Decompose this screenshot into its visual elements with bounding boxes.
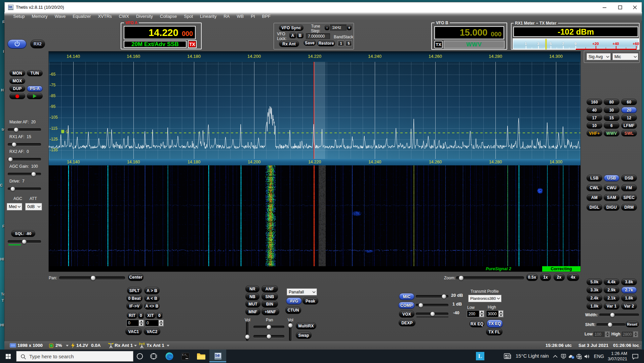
console-slider[interactable] (8, 186, 41, 192)
filter-var-1-button[interactable]: Var 1 (604, 303, 619, 310)
psa-button[interactable]: PS-A (27, 86, 43, 92)
menu-pi[interactable]: PI (247, 12, 258, 21)
comp-button[interactable]: COMP (398, 302, 415, 309)
vfo-a-frequency-display[interactable]: 14.220000 (124, 26, 196, 39)
task-view-button[interactable] (146, 350, 161, 363)
menu-linearity[interactable]: Linearity (197, 12, 220, 21)
zoom-preset-0.5x-button[interactable]: 0.5x (526, 274, 538, 281)
vfo-b-tx-button[interactable]: TX (434, 41, 443, 48)
filter-4p4k-button[interactable]: 4.4k (604, 279, 619, 285)
bandstack-1-button[interactable]: 1 (338, 40, 344, 46)
sql-slider[interactable] (8, 239, 41, 244)
spin-down-button[interactable] (159, 323, 163, 326)
filter-3p8k-button[interactable]: 3.8k (621, 279, 637, 285)
band-6-button[interactable]: 6 (604, 122, 619, 129)
mon-button[interactable]: MON (9, 70, 25, 76)
mode-digu-button[interactable]: DIGU (604, 204, 619, 211)
spin-up-button[interactable] (159, 320, 163, 323)
window-titlebar[interactable]: Thetis v2.8.11 (10/20/20) (4, 2, 642, 12)
slider-thumb[interactable] (459, 276, 464, 281)
xit-zero-button[interactable]: 0 (157, 312, 162, 319)
rx-antenna-dropdown-icon[interactable] (134, 345, 137, 347)
spin-up-button[interactable] (605, 331, 610, 334)
rx2-button[interactable]: RX2 (30, 40, 45, 48)
slider-thumb[interactable] (267, 334, 271, 339)
filter-5p0k-button[interactable]: 5.0k (587, 279, 602, 285)
weather-widget[interactable]: 15°CLight rain (501, 350, 551, 363)
filter-3p3k-button[interactable]: 3.3k (587, 287, 602, 293)
dsp-mut-button[interactable]: MUT (245, 300, 260, 308)
zero-beat-button[interactable]: 0 Beat (126, 295, 143, 302)
split-button[interactable]: SPLT (127, 287, 142, 294)
spectrum-frequency-scale-top[interactable]: 14.14014.16014.18014.20014.22014.24014.2… (49, 51, 580, 62)
mode-cwl-button[interactable]: CWL (587, 185, 602, 191)
slider-thumb[interactable] (288, 323, 293, 328)
filter-1p8k-button[interactable]: 1.8k (621, 295, 637, 301)
slider-thumb[interactable] (267, 325, 271, 329)
filter-low-spinner[interactable]: 100 (593, 331, 610, 337)
mode-drm-button[interactable]: DRM (621, 204, 637, 211)
vfo-lock-b-button[interactable]: B (297, 33, 304, 38)
mode-fm-button[interactable]: FM (621, 185, 637, 191)
spin-down-button[interactable] (139, 323, 144, 326)
menu-memory[interactable]: Memory (28, 12, 51, 21)
console-slider[interactable] (8, 171, 41, 177)
center-button[interactable]: Center (128, 274, 144, 281)
tray-onedrive-icon[interactable] (568, 354, 575, 359)
restore-button[interactable]: Restore (317, 40, 335, 46)
menu-wb[interactable]: WB (233, 12, 247, 21)
sql-button[interactable]: SQL: -80 (11, 230, 35, 237)
slider-thumb[interactable] (22, 239, 27, 244)
vox-slider[interactable] (416, 311, 448, 317)
band-lfmf-button[interactable]: LFMF (621, 122, 637, 129)
rx-ant-button[interactable]: Rx Ant (279, 41, 299, 47)
zoom-preset-1x-button[interactable]: 1x (540, 274, 551, 281)
taskbar-l-app-button[interactable]: L (476, 352, 484, 360)
multirx-button[interactable]: MultiRX (296, 322, 316, 329)
comp-slider[interactable] (416, 302, 448, 308)
resolution-dropdown-icon[interactable] (39, 345, 42, 347)
rx-meter-mode-combo[interactable]: Sig Avg (587, 53, 611, 60)
console-slider[interactable] (8, 127, 41, 132)
band-30-button[interactable]: 30 (604, 107, 619, 113)
filter-2p7k-button[interactable]: 2.7k (621, 287, 637, 293)
vfo-sync-button[interactable]: VFO Sync (279, 25, 304, 31)
slider-thumb[interactable] (245, 334, 250, 339)
rit-zero-button[interactable]: 0 (138, 312, 144, 319)
start-button[interactable] (0, 350, 16, 363)
spin-up-button[interactable] (139, 320, 144, 323)
dsp-snb-button[interactable]: SNB (261, 293, 278, 300)
taskbar-thetis-button[interactable] (209, 350, 226, 362)
language-indicator[interactable]: ENG (593, 353, 605, 360)
console-slider[interactable] (8, 157, 41, 162)
mic-gain-button[interactable]: MIC (399, 293, 414, 300)
transmit-profile-combo[interactable]: Plantronics380 (468, 295, 501, 302)
slider-track[interactable] (456, 277, 524, 280)
band-160-button[interactable]: 160 (587, 99, 602, 105)
slider-thumb[interactable] (418, 303, 423, 308)
menu-wave[interactable]: Wave (51, 12, 69, 21)
xit-offset-spinner[interactable]: 0 (145, 320, 164, 326)
tune-step-up-button[interactable]: + (347, 25, 352, 30)
tray-volume-icon[interactable] (584, 354, 590, 359)
dsp-anf-button[interactable]: ANF (261, 285, 278, 292)
spin-down-button[interactable] (498, 314, 503, 317)
zoom-preset-2x-button[interactable]: 2x (554, 274, 565, 281)
band-swl-button[interactable]: SWL (621, 130, 637, 136)
spectrum-panadapter[interactable]: -65-75-85-95-105-115-125-135 (49, 62, 580, 159)
filter-width-slider[interactable] (599, 312, 639, 318)
filter-2p9k-button[interactable]: 2.9k (604, 287, 619, 293)
slider-thumb[interactable] (12, 142, 16, 147)
filter-shift-reset-button[interactable]: Reset (626, 321, 639, 327)
rx1-volume-slider[interactable] (245, 322, 250, 341)
band-wwv-button[interactable]: WWV (604, 130, 619, 136)
cortana-button[interactable] (133, 350, 146, 363)
display-mode-combo[interactable]: Panafall (287, 288, 317, 295)
menu-cwx[interactable]: CWX (115, 12, 132, 21)
slider-thumb[interactable] (442, 294, 446, 299)
bandstack-5-button[interactable]: 5 (346, 40, 352, 46)
menu-equalizer[interactable]: Equalizer (69, 12, 94, 21)
play-button[interactable] (27, 93, 43, 99)
tray-display-icon[interactable] (561, 354, 566, 359)
dsp-nr-button[interactable]: NR (245, 285, 259, 292)
